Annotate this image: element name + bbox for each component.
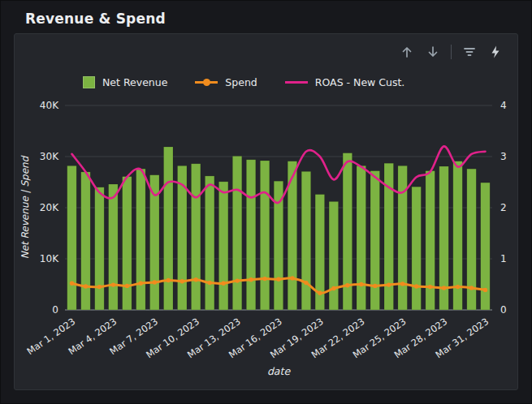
legend-label: Spend — [225, 76, 257, 88]
chart-legend: Net Revenue Spend ROAS - New Cust. — [83, 71, 517, 92]
svg-text:10K: 10K — [39, 253, 58, 264]
spend-swatch — [195, 79, 218, 86]
arrow-down-icon[interactable] — [422, 42, 443, 62]
svg-text:2: 2 — [500, 202, 507, 213]
svg-text:4: 4 — [500, 100, 507, 111]
svg-text:3: 3 — [500, 151, 507, 162]
chart-toolbar — [396, 42, 506, 62]
chart-area[interactable]: 010K20K30K40K01234Mar 1, 2023Mar 4, 2023… — [16, 96, 517, 385]
svg-text:30K: 30K — [39, 151, 58, 162]
chart-panel: Net Revenue Spend ROAS - New Cust. 010K2… — [14, 33, 518, 390]
roas-swatch — [285, 81, 308, 84]
legend-item-net-revenue[interactable]: Net Revenue — [83, 76, 167, 88]
page-title: Revenue & Spend — [25, 11, 531, 27]
svg-text:0: 0 — [52, 304, 58, 316]
svg-text:20K: 20K — [39, 202, 58, 213]
svg-text:Net Revenue | Spend: Net Revenue | Spend — [19, 155, 31, 259]
filter-icon[interactable] — [459, 42, 480, 62]
svg-text:date: date — [266, 365, 290, 377]
arrow-up-icon[interactable] — [396, 42, 417, 62]
legend-label: ROAS - New Cust. — [315, 76, 405, 88]
net-revenue-swatch — [83, 76, 95, 88]
lightning-icon[interactable] — [485, 42, 506, 62]
legend-item-spend[interactable]: Spend — [195, 76, 257, 88]
legend-label: Net Revenue — [102, 76, 167, 88]
toolbar-divider — [451, 45, 452, 59]
svg-text:0: 0 — [500, 304, 507, 316]
legend-item-roas[interactable]: ROAS - New Cust. — [285, 76, 405, 88]
page-header: Revenue & Spend — [1, 1, 531, 33]
chart-canvas[interactable]: 010K20K30K40K01234Mar 1, 2023Mar 4, 2023… — [16, 96, 513, 381]
svg-text:40K: 40K — [39, 100, 58, 111]
svg-text:1: 1 — [500, 253, 507, 264]
